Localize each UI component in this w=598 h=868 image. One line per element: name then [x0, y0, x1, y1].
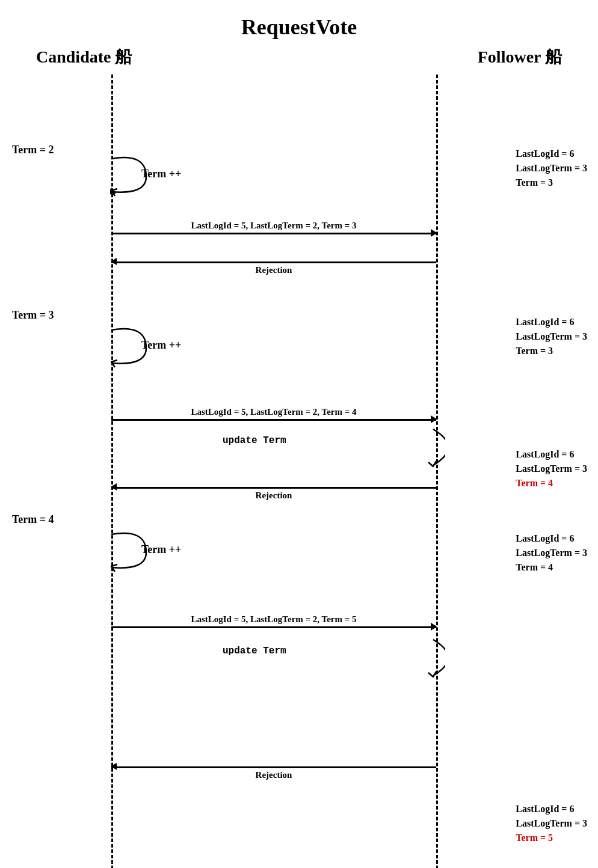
arrow-rejection-1: Rejection [111, 258, 436, 276]
arrow-rejection-2: Rejection [111, 483, 436, 501]
page-title: RequestVote [0, 0, 598, 46]
arrow-rejection-3: Rejection [111, 763, 436, 781]
term-label-3: Term = 4 [12, 513, 54, 526]
termpp-label-2: Term ++ [141, 339, 181, 352]
arrow-request-2: LastLogId = 5, LastLogTerm = 2, Term = 4 [111, 408, 436, 420]
diagram: Term = 2 Term = 3 Term = 4 Term ++ Term … [0, 75, 598, 868]
update-term-label-2: update Term [223, 646, 286, 656]
arrow-request-1: LastLogId = 5, LastLogTerm = 2, Term = 3 [111, 222, 436, 234]
update-term-arrow-2 [295, 634, 445, 682]
follower-timeline [436, 75, 438, 868]
follower-state-5: LastLogId = 6 LastLogTerm = 3 Term = 5 [516, 802, 587, 845]
follower-state-4: LastLogId = 6 LastLogTerm = 3 Term = 4 [516, 531, 587, 575]
candidate-header: Candidate 船 [36, 46, 132, 69]
follower-header: Follower 船 [478, 46, 562, 69]
update-term-label-1: update Term [223, 435, 286, 446]
term-label-1: Term = 2 [12, 144, 54, 156]
term-label-2: Term = 3 [12, 309, 54, 322]
follower-state-3: LastLogId = 6 LastLogTerm = 3 Term = 4 [516, 447, 587, 491]
follower-state-1: LastLogId = 6 LastLogTerm = 3 Term = 3 [516, 147, 587, 190]
termpp-label-3: Term ++ [141, 543, 181, 556]
follower-state-2: LastLogId = 6 LastLogTerm = 3 Term = 3 [516, 315, 587, 358]
update-term-arrow-1 [295, 423, 445, 471]
arrow-request-3: LastLogId = 5, LastLogTerm = 2, Term = 5 [111, 616, 436, 628]
termpp-label-1: Term ++ [141, 168, 181, 180]
